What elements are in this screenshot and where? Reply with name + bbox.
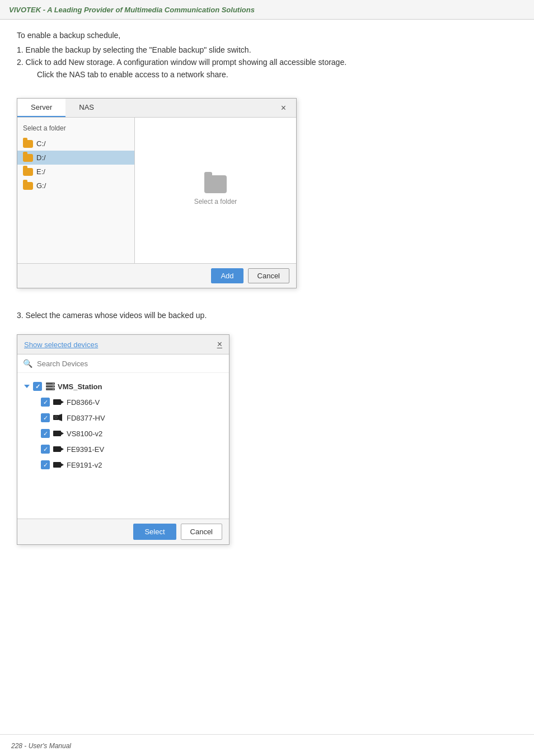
camera-icon-0 (53, 398, 64, 406)
tab-server[interactable]: Server (17, 99, 65, 117)
camera-icon-1 (53, 414, 64, 422)
device-item-3[interactable]: FE9391-EV (17, 441, 229, 457)
step-2b: Click the NAS tab to enable access to a … (17, 70, 517, 79)
folder-icon-c (23, 140, 33, 148)
device-checkbox-4[interactable] (41, 460, 50, 469)
devices-dialog: Show selected devices × 🔍 (17, 334, 229, 545)
device-group-vms: VMS_Station (17, 379, 229, 394)
step-2-num: 2. (17, 58, 26, 67)
device-item-4[interactable]: FE9191-v2 (17, 457, 229, 473)
storage-dialog-close[interactable]: × (277, 101, 291, 115)
svg-marker-7 (59, 414, 62, 421)
cancel-button[interactable]: Cancel (248, 268, 289, 283)
content-area: To enable a backup schedule, 1. Enable t… (0, 20, 534, 578)
device-label-4: FE9191-v2 (67, 461, 102, 469)
header-bar: VIVOTEK - A Leading Provider of Multimed… (0, 0, 534, 20)
step-1-num: 1. (17, 45, 26, 54)
devices-dialog-close[interactable]: × (217, 339, 222, 349)
step-2: 2. Click to add New storage. A configura… (17, 58, 517, 67)
storage-dialog-footer: Add Cancel (17, 263, 296, 288)
svg-point-3 (53, 383, 54, 384)
folder-header: Select a folder (17, 122, 134, 137)
camera-icon-4 (53, 461, 64, 469)
folder-icon-g (23, 182, 33, 190)
dialog-tabs: Server NAS × (17, 99, 296, 118)
search-input[interactable] (37, 360, 223, 368)
folder-label-g: G:/ (36, 181, 46, 190)
step-3-text: 3. Select the cameras whose videos will … (17, 311, 517, 320)
group-label: VMS_Station (58, 382, 102, 391)
step-list: 1. Enable the backup by selecting the "E… (17, 45, 517, 79)
storage-dialog: Server NAS × Select a folder C:/ (17, 98, 297, 288)
folder-label-e: E:/ (36, 167, 45, 176)
folder-item-g[interactable]: G:/ (17, 179, 134, 193)
device-item-2[interactable]: VS8100-v2 (17, 426, 229, 441)
devices-dialog-container: Show selected devices × 🔍 (17, 334, 229, 545)
folder-item-e[interactable]: E:/ (17, 165, 134, 179)
folder-item-d[interactable]: D:/ (17, 151, 134, 165)
dialog-body: Select a folder C:/ D:/ E:/ (17, 118, 296, 263)
step-2b-text: Click the NAS tab to enable access to a … (37, 70, 228, 79)
camera-icon-3 (53, 445, 64, 453)
device-label-1: FD8377-HV (67, 414, 105, 422)
device-item-1[interactable]: FD8377-HV (17, 410, 229, 426)
brand-text: VIVOTEK - A Leading Provider of Multimed… (9, 6, 255, 14)
step-1: 1. Enable the backup by selecting the "E… (17, 45, 517, 54)
footer-text: 228 - User's Manual (11, 742, 71, 750)
storage-dialog-container: Server NAS × Select a folder C:/ (17, 98, 297, 288)
svg-point-5 (53, 389, 54, 390)
folder-icon-d (23, 154, 33, 162)
tab-nas[interactable]: NAS (65, 99, 107, 117)
device-tree: VMS_Station FD8366-V (17, 373, 229, 519)
folder-label-d: D:/ (36, 153, 46, 162)
page-wrapper: VIVOTEK - A Leading Provider of Multimed… (0, 0, 534, 756)
device-checkbox-2[interactable] (41, 429, 50, 438)
step-2-text: Click to add New storage. A configuratio… (26, 58, 347, 67)
devices-dialog-footer: Select Cancel (17, 519, 229, 544)
footer-bar: 228 - User's Manual (0, 734, 534, 756)
devices-dialog-titlebar: Show selected devices × (17, 335, 229, 354)
folder-right-label: Select a folder (194, 198, 237, 206)
select-button[interactable]: Select (133, 524, 176, 540)
step-1-text: Enable the backup by selecting the "Enab… (26, 45, 251, 54)
add-button[interactable]: Add (211, 268, 243, 283)
device-checkbox-0[interactable] (41, 398, 50, 407)
chevron-down-icon[interactable] (24, 385, 30, 388)
camera-icon-2 (53, 430, 64, 437)
server-icon (45, 382, 55, 390)
folder-item-c[interactable]: C:/ (17, 137, 134, 151)
search-icon: 🔍 (23, 359, 32, 368)
folder-right-panel: Select a folder (135, 118, 296, 263)
device-label-2: VS8100-v2 (67, 430, 102, 438)
search-bar: 🔍 (17, 354, 229, 373)
device-checkbox-1[interactable] (41, 413, 50, 422)
svg-point-9 (55, 417, 57, 418)
devices-cancel-button[interactable]: Cancel (181, 524, 222, 540)
group-checkbox[interactable] (33, 382, 42, 391)
folder-icon-e (23, 168, 33, 176)
intro-text: To enable a backup schedule, (17, 31, 517, 40)
folder-right-icon (204, 175, 227, 193)
device-label-0: FD8366-V (67, 398, 100, 407)
folder-tree: Select a folder C:/ D:/ E:/ (17, 118, 135, 263)
folder-label-c: C:/ (36, 139, 46, 148)
devices-dialog-title[interactable]: Show selected devices (24, 340, 98, 349)
device-label-3: FE9391-EV (67, 445, 104, 454)
device-item-0[interactable]: FD8366-V (17, 394, 229, 410)
device-checkbox-3[interactable] (41, 445, 50, 454)
svg-point-4 (53, 386, 54, 387)
